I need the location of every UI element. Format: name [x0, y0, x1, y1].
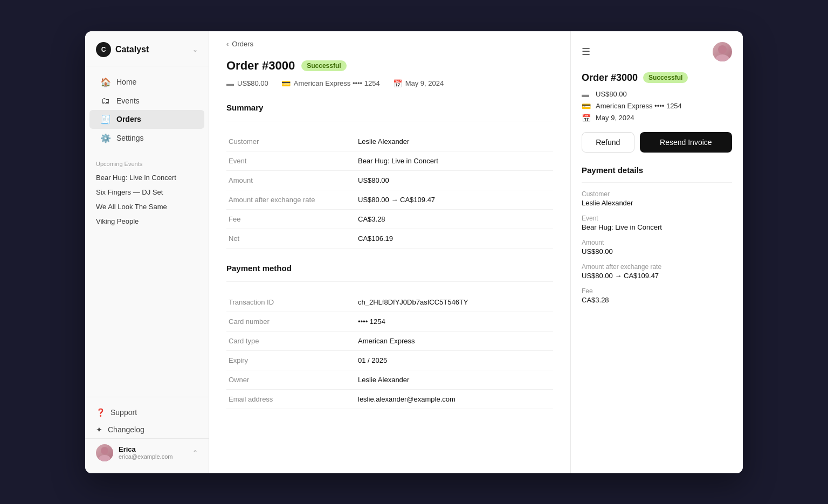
brand-name: Catalyst [115, 45, 149, 54]
row-label: Transaction ID [226, 293, 356, 312]
row-value: 01 / 2025 [356, 350, 553, 370]
panel-detail-row: AmountUS$80.00 [582, 239, 732, 256]
sidebar-item-label: Changelog [108, 425, 144, 434]
panel-amount-icon: ▬ [582, 90, 591, 99]
table-row: Amount after exchange rateUS$80.00 → CA$… [226, 190, 553, 209]
row-value: •••• 1254 [356, 312, 553, 331]
panel-actions: Refund Resend Invoice [582, 132, 732, 153]
support-icon: ❓ [96, 408, 105, 417]
table-row: FeeCA$3.28 [226, 209, 553, 229]
amount-icon: ▬ [226, 79, 234, 88]
back-arrow-icon[interactable]: ‹ [226, 40, 229, 48]
sidebar-item-orders[interactable]: 🧾 Orders [89, 110, 204, 129]
panel-detail-value: CA$3.28 [582, 296, 732, 304]
upcoming-section-label: Upcoming Events [85, 154, 209, 170]
row-label: Customer [226, 132, 356, 151]
resend-invoice-button[interactable]: Resend Invoice [640, 132, 732, 153]
sidebar-item-label: Orders [116, 115, 141, 123]
main-nav: 🏠 Home 🗂 Events 🧾 Orders ⚙️ Settings [85, 66, 209, 154]
panel-avatar [713, 42, 732, 61]
row-value: CA$106.19 [356, 229, 553, 248]
user-info: Erica erica@example.com [119, 445, 187, 460]
table-row: Card typeAmerican Express [226, 331, 553, 350]
table-row: Expiry01 / 2025 [226, 350, 553, 370]
user-email: erica@example.com [119, 453, 187, 460]
brand-logo: C [96, 42, 111, 57]
events-icon: 🗂 [100, 96, 111, 106]
sidebar-item-label: Support [111, 408, 137, 417]
calendar-icon: 📅 [393, 79, 402, 88]
order-meta: ▬ US$80.00 💳 American Express •••• 1254 … [226, 79, 553, 88]
meta-date-value: May 9, 2024 [405, 79, 444, 87]
row-value: Leslie Alexander [356, 370, 553, 389]
table-row: Email addressleslie.alexander@example.co… [226, 389, 553, 409]
panel-payment-details: CustomerLeslie AlexanderEventBear Hug: L… [582, 190, 732, 304]
panel-order-header: Order #3000 Successful [582, 72, 732, 84]
svg-point-0 [101, 447, 108, 454]
panel-detail-label: Fee [582, 287, 732, 295]
row-value: ch_2HLf8DfYJ0Db7asfCC5T546TY [356, 293, 553, 312]
brand-area[interactable]: C Catalyst ⌄ [85, 31, 209, 66]
panel-detail-row: CustomerLeslie Alexander [582, 190, 732, 207]
panel-meta-date: 📅 May 9, 2024 [582, 114, 732, 122]
table-row: EventBear Hug: Live in Concert [226, 151, 553, 170]
sidebar-item-label: Home [116, 78, 136, 86]
row-value: Leslie Alexander [356, 132, 553, 151]
row-label: Fee [226, 209, 356, 229]
panel-order-title: Order #3000 [582, 72, 638, 84]
payment-section-title: Payment method [226, 264, 553, 273]
user-name: Erica [119, 445, 187, 453]
panel-calendar-icon: 📅 [582, 114, 591, 122]
upcoming-event-item[interactable]: Viking People [85, 214, 209, 229]
upcoming-event-item[interactable]: Bear Hug: Live in Concert [85, 170, 209, 185]
meta-card-value: American Express •••• 1254 [294, 79, 380, 87]
panel-top-bar: ☰ [582, 42, 732, 61]
row-label: Card number [226, 312, 356, 331]
panel-meta: ▬ US$80.00 💳 American Express •••• 1254 … [582, 90, 732, 122]
status-badge: Successful [301, 60, 346, 71]
panel-detail-value: Bear Hug: Live in Concert [582, 223, 732, 231]
panel-meta-card: 💳 American Express •••• 1254 [582, 102, 732, 111]
svg-point-3 [715, 54, 729, 61]
sidebar-item-settings[interactable]: ⚙️ Settings [89, 129, 204, 148]
summary-section-title: Summary [226, 103, 553, 112]
sidebar-item-changelog[interactable]: ✦ Changelog [85, 421, 209, 438]
app-shell: C Catalyst ⌄ 🏠 Home 🗂 Events 🧾 Orders ⚙️… [85, 31, 743, 473]
meta-card: 💳 American Express •••• 1254 [281, 79, 380, 88]
panel-detail-row: FeeCA$3.28 [582, 287, 732, 304]
orders-icon: 🧾 [100, 114, 111, 125]
row-label: Card type [226, 331, 356, 350]
changelog-icon: ✦ [96, 425, 102, 434]
row-label: Event [226, 151, 356, 170]
sidebar-item-support[interactable]: ❓ Support [85, 404, 209, 421]
order-detail-area: Order #3000 Successful ▬ US$80.00 💳 Amer… [209, 48, 570, 473]
table-row: NetCA$106.19 [226, 229, 553, 248]
table-row: OwnerLeslie Alexander [226, 370, 553, 389]
upcoming-event-item[interactable]: Six Fingers — DJ Set [85, 185, 209, 199]
sidebar-item-home[interactable]: 🏠 Home [89, 73, 204, 92]
panel-amount-value: US$80.00 [596, 90, 627, 98]
table-row: Transaction IDch_2HLf8DfYJ0Db7asfCC5T546… [226, 293, 553, 312]
row-value: CA$3.28 [356, 209, 553, 229]
panel-detail-label: Amount [582, 239, 732, 246]
home-icon: 🏠 [100, 77, 111, 87]
sidebar-item-events[interactable]: 🗂 Events [89, 92, 204, 110]
panel-detail-row: Amount after exchange rateUS$80.00 → CA$… [582, 263, 732, 280]
row-label: Owner [226, 370, 356, 389]
panel-detail-value: US$80.00 [582, 247, 732, 256]
menu-icon[interactable]: ☰ [582, 46, 590, 58]
row-label: Amount [226, 170, 356, 190]
user-chevron-icon: ⌃ [192, 449, 198, 457]
main-content: ‹ Orders Order #3000 Successful ▬ US$80.… [209, 31, 570, 473]
sidebar-item-label: Settings [116, 134, 144, 142]
user-profile[interactable]: Erica erica@example.com ⌃ [85, 438, 209, 467]
refund-button[interactable]: Refund [582, 132, 634, 153]
panel-detail-label: Customer [582, 190, 732, 198]
avatar [96, 444, 113, 461]
upcoming-event-item[interactable]: We All Look The Same [85, 199, 209, 214]
row-value: Bear Hug: Live in Concert [356, 151, 553, 170]
brand-chevron-icon: ⌄ [192, 46, 198, 53]
order-header: Order #3000 Successful [226, 59, 553, 73]
right-panel: ☰ Order #3000 Successful ▬ US$80.00 💳 Am… [570, 31, 743, 473]
breadcrumb-orders-link[interactable]: Orders [232, 40, 253, 48]
